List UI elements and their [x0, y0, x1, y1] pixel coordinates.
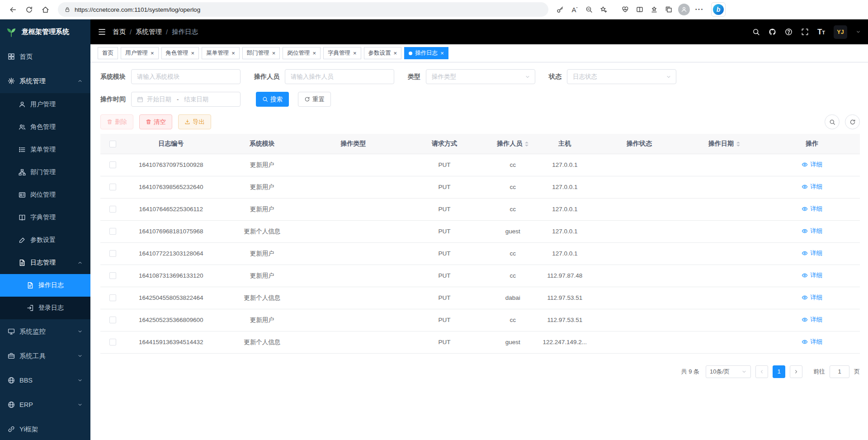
chevron-down-icon[interactable] — [856, 29, 861, 34]
sidebar-item-oper-log[interactable]: 操作日志 — [0, 274, 90, 297]
sidebar-item-system-tools[interactable]: 系统工具 — [0, 344, 90, 368]
collections-icon[interactable] — [661, 2, 676, 17]
sidebar-item-role-mgmt[interactable]: 角色管理 — [0, 116, 90, 138]
close-icon[interactable]: × — [231, 50, 235, 56]
row-checkbox[interactable] — [109, 339, 116, 345]
toolbar-right — [825, 114, 860, 129]
header-search-icon[interactable] — [752, 28, 760, 36]
close-icon[interactable]: × — [394, 50, 397, 56]
sidebar-item-dict-mgmt[interactable]: 字典管理 — [0, 206, 90, 229]
close-icon[interactable]: × — [151, 50, 154, 56]
row-checkbox[interactable] — [109, 294, 116, 301]
tab-role-mgmt[interactable]: 角色管理× — [161, 47, 199, 59]
tab-menu-mgmt[interactable]: 菜单管理× — [202, 47, 240, 59]
help-icon[interactable] — [785, 28, 793, 36]
refresh-table-button[interactable] — [845, 114, 860, 129]
row-checkbox[interactable] — [109, 317, 116, 323]
tab-user-mgmt[interactable]: 用户管理× — [121, 47, 159, 59]
column-header-4[interactable]: 操作人员 — [490, 134, 536, 154]
row-checkbox[interactable] — [109, 228, 116, 235]
detail-link[interactable]: 详细 — [802, 249, 822, 257]
tab-param-settings[interactable]: 参数设置× — [364, 47, 402, 59]
page-number-1[interactable]: 1 — [773, 365, 785, 378]
row-checkbox[interactable] — [109, 272, 116, 279]
tab-oper-log[interactable]: 操作日志× — [404, 47, 448, 59]
delete-button[interactable]: 删除 — [100, 114, 133, 129]
page-size-select[interactable]: 10条/页 — [706, 365, 751, 378]
close-icon[interactable]: × — [353, 50, 357, 56]
sidebar-item-dept-mgmt[interactable]: 部门管理 — [0, 161, 90, 184]
browser-menu-icon[interactable]: ··· — [692, 2, 707, 17]
font-size-icon[interactable]: TT — [817, 28, 825, 37]
sidebar-item-log-mgmt[interactable]: 日志管理 — [0, 251, 90, 274]
sidebar-item-yi-framework[interactable]: Yi框架 — [0, 417, 90, 440]
hamburger-icon[interactable] — [98, 28, 106, 36]
sort-caret-icon[interactable] — [525, 142, 528, 147]
detail-link[interactable]: 详细 — [802, 316, 822, 324]
sidebar-item-system-mgmt[interactable]: 系统管理 — [0, 69, 90, 93]
tab-post-mgmt[interactable]: 岗位管理× — [283, 47, 321, 59]
next-page-button[interactable] — [790, 365, 802, 378]
breadcrumb-item[interactable]: 首页 — [113, 28, 126, 36]
detail-link[interactable]: 详细 — [802, 271, 822, 279]
browser-profile-avatar[interactable] — [676, 2, 692, 17]
browser-home-button[interactable] — [37, 2, 53, 17]
close-icon[interactable]: × — [312, 50, 316, 56]
github-icon[interactable] — [769, 28, 776, 36]
sidebar-item-param-settings[interactable]: 参数设置 — [0, 229, 90, 251]
bing-icon[interactable]: b — [711, 2, 726, 17]
browser-reload-button[interactable] — [21, 2, 37, 17]
fullscreen-icon[interactable] — [801, 28, 809, 36]
read-aloud-icon[interactable]: A” — [567, 2, 582, 17]
user-avatar[interactable]: YJ — [834, 25, 847, 39]
tab-dict-mgmt[interactable]: 字典管理× — [323, 47, 361, 59]
detail-link[interactable]: 详细 — [802, 161, 822, 169]
reset-button[interactable]: 重置 — [298, 92, 331, 107]
detail-link[interactable]: 详细 — [802, 183, 822, 191]
add-favorite-icon[interactable] — [596, 2, 611, 17]
split-screen-icon[interactable] — [632, 2, 647, 17]
toggle-search-button[interactable] — [825, 114, 840, 129]
sidebar-item-erp[interactable]: ERP — [0, 393, 90, 417]
detail-link[interactable]: 详细 — [802, 227, 822, 235]
sidebar-item-bbs[interactable]: BBS — [0, 368, 90, 393]
browser-back-button[interactable] — [5, 2, 21, 17]
search-button[interactable]: 搜索 — [256, 92, 289, 107]
tab-home[interactable]: 首页 — [98, 47, 118, 59]
password-key-icon[interactable] — [553, 2, 567, 17]
sidebar-item-system-monitor[interactable]: 系统监控 — [0, 319, 90, 344]
address-bar[interactable]: https://ccnetcore.com:1101/system/log/op… — [58, 2, 548, 17]
row-checkbox[interactable] — [109, 184, 116, 190]
export-button[interactable]: 导出 — [178, 114, 211, 129]
sidebar-item-user-mgmt[interactable]: 用户管理 — [0, 93, 90, 116]
clear-button[interactable]: 清空 — [139, 114, 172, 129]
column-header-7[interactable]: 操作日期 — [684, 134, 764, 154]
close-icon[interactable]: × — [440, 50, 444, 56]
detail-link[interactable]: 详细 — [802, 205, 822, 213]
browser-essentials-icon[interactable] — [618, 2, 632, 17]
operator-input[interactable] — [285, 69, 394, 84]
sidebar-item-login-log[interactable]: 登录日志 — [0, 297, 90, 319]
tab-dept-mgmt[interactable]: 部门管理× — [242, 47, 280, 59]
close-icon[interactable]: × — [191, 50, 195, 56]
sidebar-item-post-mgmt[interactable]: 岗位管理 — [0, 184, 90, 206]
row-checkbox[interactable] — [109, 161, 116, 168]
status-select[interactable]: 日志状态 — [567, 69, 676, 84]
sidebar-item-menu-mgmt[interactable]: 菜单管理 — [0, 138, 90, 161]
sort-caret-icon[interactable] — [736, 142, 740, 147]
detail-link[interactable]: 详细 — [802, 293, 822, 302]
sidebar-item-home[interactable]: 首页 — [0, 44, 90, 69]
row-checkbox[interactable] — [109, 250, 116, 257]
row-checkbox[interactable] — [109, 206, 116, 213]
goto-page-input[interactable] — [830, 365, 849, 378]
module-input[interactable] — [131, 69, 241, 84]
type-select[interactable]: 操作类型 — [426, 69, 535, 84]
prev-page-button[interactable] — [755, 365, 768, 378]
zoom-icon[interactable] — [582, 2, 596, 17]
favorites-icon[interactable] — [647, 2, 661, 17]
select-all-checkbox[interactable] — [109, 141, 116, 147]
breadcrumb-item[interactable]: 系统管理 — [136, 28, 162, 36]
date-range-picker[interactable]: 开始日期 - 结束日期 — [131, 92, 241, 107]
detail-link[interactable]: 详细 — [802, 338, 822, 346]
close-icon[interactable]: × — [272, 50, 276, 56]
